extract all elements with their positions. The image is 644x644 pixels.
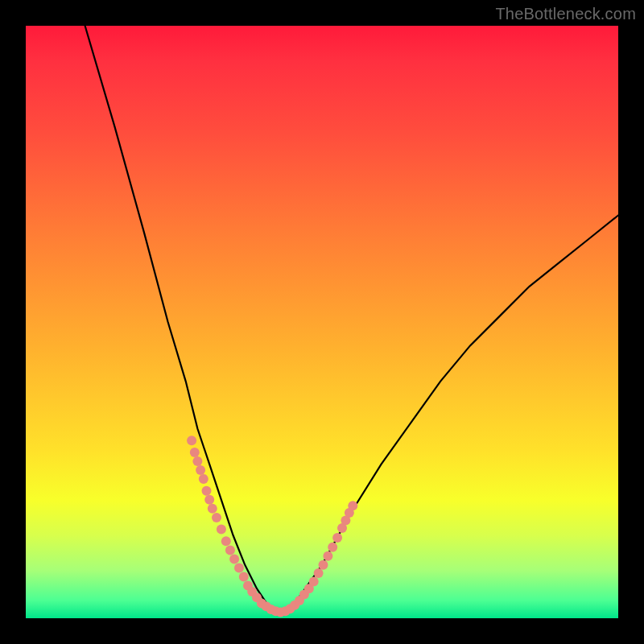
data-dot — [204, 495, 214, 505]
data-dot — [332, 533, 342, 543]
data-dot — [328, 543, 337, 552]
data-dot — [217, 525, 226, 535]
data-dot — [314, 568, 324, 578]
data-dot — [323, 551, 332, 561]
data-dot — [199, 474, 208, 484]
bottleneck-curve-line — [85, 26, 618, 613]
data-dot — [190, 448, 200, 457]
curve-svg — [26, 26, 618, 618]
data-dot — [225, 545, 235, 555]
chart-frame: TheBottleneck.com — [0, 0, 644, 644]
plot-area — [26, 26, 618, 618]
data-dot — [229, 554, 239, 564]
watermark-text: TheBottleneck.com — [495, 5, 636, 23]
data-dot — [192, 456, 202, 466]
data-dot — [208, 504, 217, 514]
bottleneck-curve — [85, 26, 618, 613]
data-dot — [319, 560, 328, 570]
data-dot — [221, 536, 231, 546]
data-dot — [239, 572, 249, 582]
data-dot — [187, 436, 196, 445]
data-dot — [212, 513, 221, 522]
data-dots — [187, 436, 357, 617]
data-dot — [202, 486, 212, 496]
data-dot — [309, 576, 319, 586]
data-dot — [234, 563, 244, 572]
data-dot — [196, 465, 205, 475]
data-dot — [348, 501, 357, 510]
